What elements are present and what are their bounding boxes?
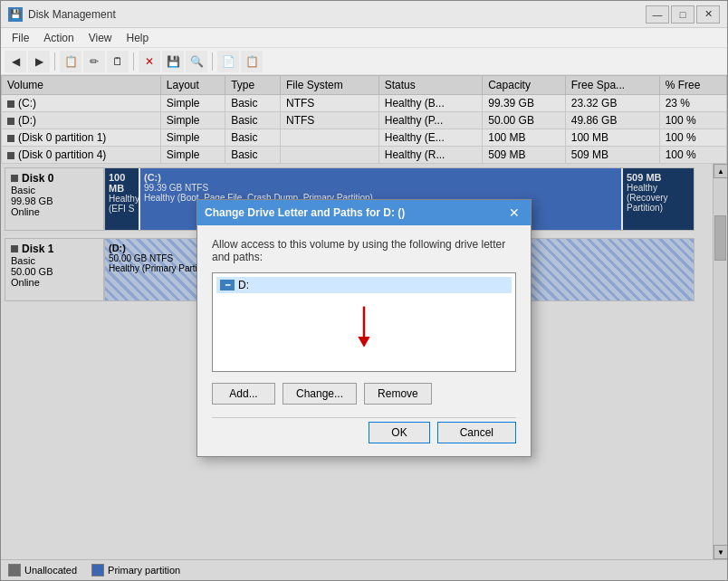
svg-marker-1 — [358, 337, 369, 348]
dialog-ok-row: OK Cancel — [212, 417, 516, 443]
arrow-down-indicator — [353, 305, 375, 353]
toolbar-btn-2[interactable]: ✏ — [83, 51, 105, 72]
toolbar-btn-1[interactable]: 📋 — [60, 51, 81, 72]
menu-view[interactable]: View — [81, 30, 120, 46]
window-title: Disk Management — [28, 8, 646, 21]
minimize-button[interactable]: — — [646, 5, 669, 24]
drive-icon: ━ — [220, 280, 235, 290]
dialog-body: Allow access to this volume by using the… — [197, 225, 531, 456]
toolbar-btn-7[interactable]: 📄 — [217, 51, 239, 72]
drive-label: D: — [238, 279, 249, 291]
title-bar-buttons: — □ ✕ — [646, 5, 720, 24]
maximize-button[interactable]: □ — [671, 5, 694, 24]
modal-overlay: Change Drive Letter and Paths for D: () … — [1, 75, 727, 580]
drive-list-box[interactable]: ━ D: — [212, 272, 516, 372]
toolbar-btn-3[interactable]: 🗒 — [107, 51, 129, 72]
toolbar-btn-8[interactable]: 📋 — [241, 51, 263, 72]
separator-3 — [212, 52, 213, 71]
menu-help[interactable]: Help — [120, 30, 157, 46]
menu-file[interactable]: File — [5, 30, 36, 46]
title-bar: 💾 Disk Management — □ ✕ — [1, 1, 727, 28]
menu-action[interactable]: Action — [36, 30, 81, 46]
ok-button[interactable]: OK — [369, 422, 429, 443]
drive-list-item[interactable]: ━ D: — [216, 277, 512, 293]
add-button[interactable]: Add... — [212, 383, 275, 405]
dialog-title-bar: Change Drive Letter and Paths for D: () … — [197, 200, 531, 225]
menu-bar: File Action View Help — [1, 28, 727, 48]
dialog-title: Change Drive Letter and Paths for D: () — [205, 206, 505, 219]
toolbar-btn-5[interactable]: 💾 — [162, 51, 184, 72]
change-drive-dialog: Change Drive Letter and Paths for D: () … — [196, 199, 532, 457]
back-button[interactable]: ◀ — [5, 51, 26, 72]
close-button[interactable]: ✕ — [696, 5, 720, 24]
content-area: Volume Layout Type File System Status Ca… — [1, 75, 727, 580]
toolbar-btn-4[interactable]: ✕ — [139, 51, 160, 72]
toolbar: ◀ ▶ 📋 ✏ 🗒 ✕ 💾 🔍 📄 📋 — [1, 48, 727, 75]
dialog-action-row: Add... Change... Remove — [212, 383, 516, 405]
cancel-button[interactable]: Cancel — [437, 422, 516, 443]
separator-2 — [133, 52, 134, 71]
separator-1 — [54, 52, 55, 71]
toolbar-btn-6[interactable]: 🔍 — [186, 51, 207, 72]
dialog-close-button[interactable]: ✕ — [505, 205, 523, 221]
change-button[interactable]: Change... — [283, 383, 357, 405]
main-window: 💾 Disk Management — □ ✕ File Action View… — [0, 0, 728, 581]
app-icon: 💾 — [8, 7, 23, 22]
remove-button[interactable]: Remove — [364, 383, 432, 405]
forward-button[interactable]: ▶ — [28, 51, 50, 72]
dialog-description: Allow access to this volume by using the… — [212, 238, 516, 263]
